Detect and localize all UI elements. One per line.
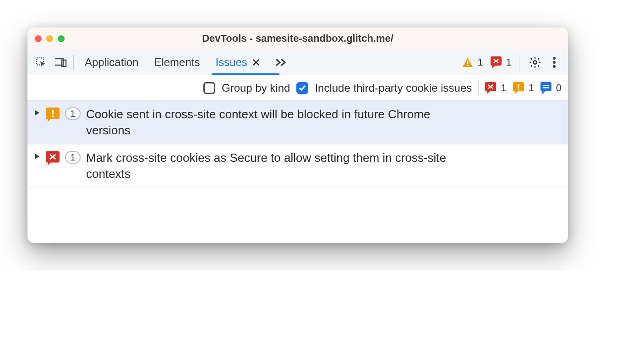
window-titlebar: DevTools - samesite-sandbox.glitch.me/ <box>27 28 568 50</box>
group-by-kind-label: Group by kind <box>222 82 290 94</box>
info-speech-icon[interactable] <box>540 82 551 94</box>
include-third-party-label: Include third-party cookie issues <box>315 82 472 94</box>
svg-point-7 <box>553 61 556 64</box>
toolbar-divider <box>519 55 519 70</box>
empty-area <box>27 188 568 243</box>
tab-elements[interactable]: Elements <box>147 50 206 75</box>
device-toolbar-icon[interactable] <box>52 54 69 71</box>
svg-rect-2 <box>467 61 468 64</box>
issue-row[interactable]: 1 Cookie sent in cross-site context will… <box>27 101 568 144</box>
tab-issues[interactable]: Issues <box>209 50 266 75</box>
tab-label: Application <box>85 56 138 69</box>
warning-speech-icon <box>46 107 60 122</box>
disclosure-triangle-icon[interactable] <box>34 153 40 160</box>
svg-rect-15 <box>543 87 549 88</box>
kebab-menu-icon[interactable] <box>546 54 562 71</box>
group-by-kind-checkbox[interactable] <box>203 82 215 94</box>
issue-count-badge: 1 <box>65 151 81 164</box>
main-toolbar: Application Elements Issues <box>27 50 568 75</box>
issue-count-badge: 1 <box>65 107 81 120</box>
issue-title: Cookie sent in cross-site context will b… <box>86 106 448 138</box>
info-count: 0 <box>556 82 562 94</box>
svg-rect-12 <box>518 88 519 90</box>
disclosure-triangle-icon[interactable] <box>34 109 40 116</box>
svg-rect-13 <box>540 82 551 91</box>
svg-rect-3 <box>467 65 468 66</box>
settings-gear-icon[interactable] <box>527 54 543 71</box>
devtools-window: DevTools - samesite-sandbox.glitch.me/ A… <box>27 28 568 243</box>
tab-label: Issues <box>215 56 247 69</box>
warning-triangle-icon <box>462 57 473 67</box>
close-tab-icon[interactable] <box>252 58 260 66</box>
warning-speech-icon[interactable] <box>513 82 524 94</box>
minimize-window-button[interactable] <box>46 35 53 42</box>
error-speech-icon <box>491 56 502 68</box>
maximize-window-button[interactable] <box>58 35 65 42</box>
issue-row[interactable]: 1 Mark cross-site cookies as Secure to a… <box>27 144 568 188</box>
svg-point-6 <box>553 57 556 60</box>
include-third-party-checkbox[interactable] <box>296 82 308 94</box>
error-count: 1 <box>501 82 506 94</box>
error-speech-icon <box>46 151 60 166</box>
svg-rect-11 <box>518 84 519 88</box>
filter-issue-counters: 1 1 0 <box>485 82 562 94</box>
more-tabs-icon[interactable] <box>273 54 289 71</box>
tab-label: Elements <box>154 56 200 69</box>
svg-point-5 <box>533 61 536 64</box>
filter-divider <box>478 81 479 95</box>
window-controls <box>35 35 65 42</box>
close-window-button[interactable] <box>35 35 42 42</box>
svg-point-8 <box>553 65 556 68</box>
issues-filter-bar: Group by kind Include third-party cookie… <box>27 75 568 101</box>
svg-rect-14 <box>543 85 549 86</box>
svg-rect-17 <box>52 110 54 115</box>
warning-count: 1 <box>478 56 483 68</box>
inspect-element-icon[interactable] <box>33 54 49 71</box>
error-count: 1 <box>506 56 512 68</box>
issue-title: Mark cross-site cookies as Secure to all… <box>86 150 448 182</box>
svg-rect-18 <box>52 116 54 117</box>
tab-application[interactable]: Application <box>78 50 145 75</box>
toolbar-divider <box>73 55 74 70</box>
window-title: DevTools - samesite-sandbox.glitch.me/ <box>27 33 568 44</box>
error-speech-icon[interactable] <box>485 82 496 94</box>
warning-count: 1 <box>529 82 534 94</box>
header-issue-counters[interactable]: 1 1 <box>462 56 512 68</box>
